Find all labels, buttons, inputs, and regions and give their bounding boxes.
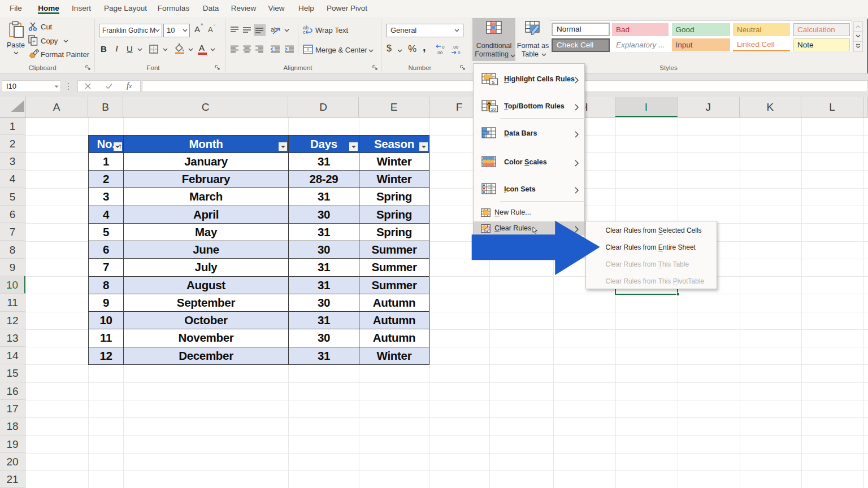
svg-text:.00: .00 (452, 45, 459, 50)
svg-text:10: 10 (491, 107, 496, 112)
svg-text:0: 0 (458, 50, 461, 55)
svg-text:0: 0 (442, 45, 445, 50)
svg-text:ab: ab (271, 26, 277, 33)
svg-text:≤: ≤ (492, 79, 495, 85)
svg-text:.00: .00 (436, 50, 443, 55)
svg-text:c: c (303, 29, 306, 34)
